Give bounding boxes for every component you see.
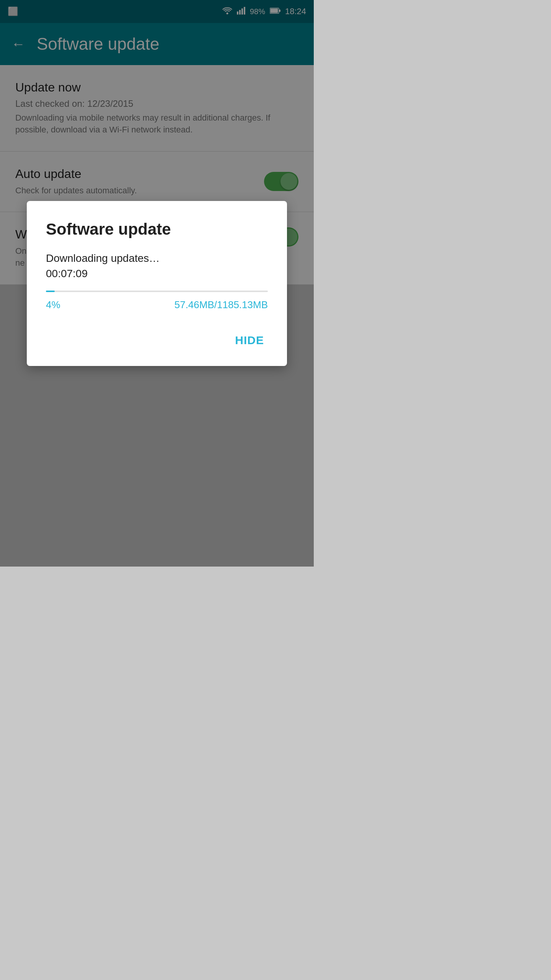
- progress-size: 57.46MB/1185.13MB: [174, 299, 268, 311]
- dialog-timer: 00:07:09: [46, 268, 268, 280]
- progress-bar-container: [46, 291, 268, 292]
- dialog-status: Downloading updates…: [46, 252, 268, 265]
- progress-info: 4% 57.46MB/1185.13MB: [46, 299, 268, 311]
- hide-button[interactable]: HIDE: [231, 330, 268, 351]
- progress-percent: 4%: [46, 299, 60, 311]
- progress-bar-fill: [46, 291, 55, 292]
- software-update-dialog: Software update Downloading updates… 00:…: [27, 201, 287, 366]
- dialog-overlay: Software update Downloading updates… 00:…: [0, 0, 314, 567]
- dialog-title: Software update: [46, 220, 268, 238]
- dialog-actions: HIDE: [46, 330, 268, 351]
